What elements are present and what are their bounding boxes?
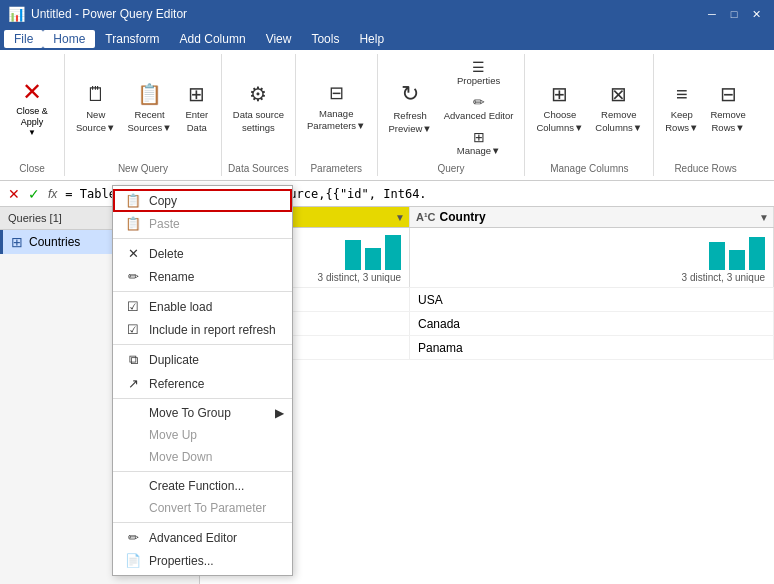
menu-file[interactable]: File [4, 30, 43, 48]
ctx-reference[interactable]: ↗ Reference [113, 372, 292, 395]
menu-view[interactable]: View [256, 30, 302, 48]
window-title: Untitled - Power Query Editor [31, 7, 702, 21]
ribbon: ✕ Close &Apply ▼ Close 🗒 NewSource▼ 📋 Re… [0, 50, 774, 181]
ctx-convert-param: Convert To Parameter [113, 497, 292, 519]
close-apply-icon: ✕ [22, 78, 42, 106]
parameters-label: Parameters [310, 159, 362, 174]
advanced-editor-label: Advanced Editor [444, 110, 514, 121]
country-bar-cell: 3 distinct, 3 unique [410, 228, 774, 287]
ctx-duplicate[interactable]: ⧉ Duplicate [113, 348, 292, 372]
menu-add-column[interactable]: Add Column [170, 30, 256, 48]
formula-confirm-icon[interactable]: ✓ [28, 186, 40, 202]
properties-label: Properties [457, 75, 500, 86]
close-buttons: ✕ Close &Apply ▼ [6, 56, 58, 159]
id-bar-3 [385, 235, 401, 270]
remove-rows-button[interactable]: ⊟ RemoveRows▼ [705, 78, 750, 137]
properties-button[interactable]: ☰ Properties [439, 56, 519, 89]
delete-icon: ✕ [123, 246, 143, 261]
country-col-header[interactable]: A¹C Country ▼ [410, 207, 774, 227]
move-to-group-arrow: ▶ [275, 406, 284, 420]
data-source-settings-button[interactable]: ⚙ Data sourcesettings [228, 78, 289, 137]
new-query-label: New Query [118, 159, 168, 174]
copy-label: Copy [149, 194, 177, 208]
row-3-country: Panama [410, 336, 774, 359]
ctx-include-refresh[interactable]: ☑ Include in report refresh [113, 318, 292, 341]
duplicate-label: Duplicate [149, 353, 199, 367]
enable-load-label: Enable load [149, 300, 212, 314]
remove-columns-icon: ⊠ [610, 81, 627, 107]
manage-columns-label: Manage Columns [550, 159, 628, 174]
ribbon-group-parameters: ⊟ ManageParameters▼ Parameters [296, 54, 378, 176]
country-bar-visual [709, 235, 765, 270]
ctx-create-function[interactable]: Create Function... [113, 475, 292, 497]
id-col-dropdown[interactable]: ▼ [395, 212, 405, 223]
remove-columns-button[interactable]: ⊠ RemoveColumns▼ [590, 78, 647, 137]
ctx-rename[interactable]: ✏ Rename [113, 265, 292, 288]
manage-icon: ⊞ [473, 129, 485, 145]
countries-label: Countries [29, 235, 80, 249]
properties-icon: ☰ [472, 59, 485, 75]
new-source-button[interactable]: 🗒 NewSource▼ [71, 78, 121, 137]
reduce-rows-buttons: ≡ KeepRows▼ ⊟ RemoveRows▼ [660, 56, 751, 159]
ctx-sep2 [113, 291, 292, 292]
maximize-button[interactable]: □ [724, 4, 744, 24]
reference-icon: ↗ [123, 376, 143, 391]
query-buttons: ↻ RefreshPreview▼ ☰ Properties ✏ Advance… [384, 56, 519, 159]
ctx-enable-load[interactable]: ☑ Enable load [113, 295, 292, 318]
formula-cancel-icon[interactable]: ✕ [4, 184, 24, 204]
app-icon: 📊 [8, 6, 25, 22]
keep-rows-button[interactable]: ≡ KeepRows▼ [660, 78, 703, 137]
title-bar: 📊 Untitled - Power Query Editor ─ □ ✕ [0, 0, 774, 28]
left-panel: Queries [1] ◀ ⊞ Countries 📋 Copy 📋 Paste… [0, 207, 200, 584]
move-to-group-label: Move To Group [149, 406, 231, 420]
ctx-copy[interactable]: 📋 Copy [113, 189, 292, 212]
close-apply-label: Close &Apply [16, 106, 48, 128]
delete-label: Delete [149, 247, 184, 261]
ctx-advanced-editor[interactable]: ✏ Advanced Editor [113, 526, 292, 549]
ribbon-group-query: ↻ RefreshPreview▼ ☰ Properties ✏ Advance… [378, 54, 526, 176]
ctx-paste: 📋 Paste [113, 212, 292, 235]
rename-icon: ✏ [123, 269, 143, 284]
refresh-preview-button[interactable]: ↻ RefreshPreview▼ [384, 77, 437, 138]
choose-columns-icon: ⊞ [551, 81, 568, 107]
menu-home[interactable]: Home [43, 30, 95, 48]
manage-parameters-button[interactable]: ⊟ ManageParameters▼ [302, 79, 371, 135]
enable-load-icon: ☑ [123, 299, 143, 314]
include-refresh-icon: ☑ [123, 322, 143, 337]
enter-data-button[interactable]: ⊞ EnterData [179, 78, 215, 137]
ctx-properties[interactable]: 📄 Properties... [113, 549, 292, 572]
parameters-buttons: ⊟ ManageParameters▼ [302, 56, 371, 159]
ctx-properties-icon: 📄 [123, 553, 143, 568]
ctx-sep4 [113, 398, 292, 399]
menu-transform[interactable]: Transform [95, 30, 169, 48]
country-col-dropdown[interactable]: ▼ [759, 212, 769, 223]
ctx-sep5 [113, 471, 292, 472]
close-button[interactable]: ✕ [746, 4, 766, 24]
row-2-country: Canada [410, 312, 774, 335]
choose-columns-button[interactable]: ⊞ ChooseColumns▼ [531, 78, 588, 137]
manage-columns-buttons: ⊞ ChooseColumns▼ ⊠ RemoveColumns▼ [531, 56, 647, 159]
close-apply-button[interactable]: ✕ Close &Apply ▼ [6, 74, 58, 141]
ribbon-group-close: ✕ Close &Apply ▼ Close [0, 54, 65, 176]
advanced-editor-button[interactable]: ✏ Advanced Editor [439, 91, 519, 124]
country-col-type: A¹C [416, 211, 436, 223]
ctx-move-to-group[interactable]: Move To Group ▶ [113, 402, 292, 424]
remove-rows-label: RemoveRows▼ [710, 109, 745, 134]
reduce-rows-label: Reduce Rows [674, 159, 736, 174]
minimize-button[interactable]: ─ [702, 4, 722, 24]
manage-button[interactable]: ⊞ Manage▼ [439, 126, 519, 159]
choose-columns-label: ChooseColumns▼ [536, 109, 583, 134]
country-col-label: Country [440, 210, 486, 224]
new-source-label: NewSource▼ [76, 109, 116, 134]
convert-param-label: Convert To Parameter [149, 501, 266, 515]
countries-table-icon: ⊞ [11, 234, 23, 250]
ctx-delete[interactable]: ✕ Delete [113, 242, 292, 265]
menu-tools[interactable]: Tools [301, 30, 349, 48]
ctx-move-up: Move Up [113, 424, 292, 446]
data-source-settings-label: Data sourcesettings [233, 109, 284, 134]
create-function-label: Create Function... [149, 479, 244, 493]
ribbon-group-reduce-rows: ≡ KeepRows▼ ⊟ RemoveRows▼ Reduce Rows [654, 54, 757, 176]
refresh-preview-icon: ↻ [401, 80, 419, 109]
recent-sources-button[interactable]: 📋 RecentSources▼ [123, 78, 177, 137]
menu-help[interactable]: Help [349, 30, 394, 48]
